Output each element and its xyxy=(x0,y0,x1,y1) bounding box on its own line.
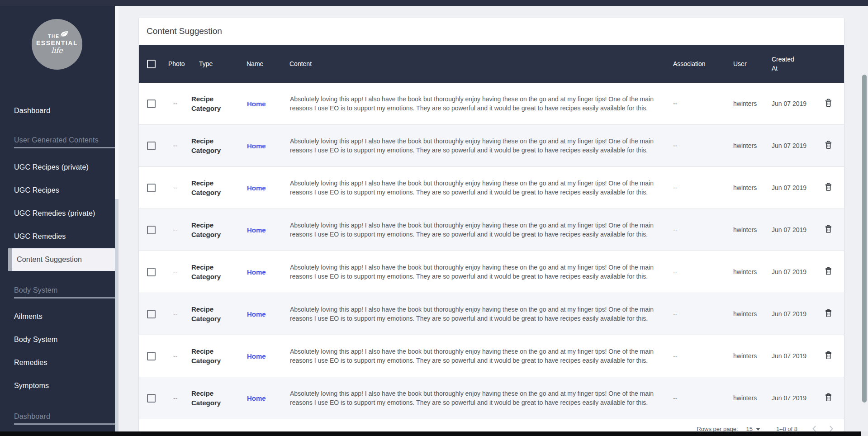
delete-button[interactable] xyxy=(821,264,836,280)
delete-button[interactable] xyxy=(821,348,836,364)
sidebar-group: Body System AilmentsBody SystemRemediesS… xyxy=(0,283,115,397)
page-scrollbar-thumb[interactable] xyxy=(862,75,867,403)
trash-icon xyxy=(824,98,833,109)
sidebar-item-ailments[interactable]: Ailments xyxy=(0,305,115,328)
row-checkbox[interactable] xyxy=(147,394,156,403)
photo-cell: -- xyxy=(161,251,188,293)
photo-cell: -- xyxy=(161,167,188,209)
chevron-left-icon xyxy=(809,423,820,432)
row-checkbox[interactable] xyxy=(147,184,156,192)
sidebar-section-header: Body System xyxy=(14,283,115,299)
name-link[interactable]: Home xyxy=(247,100,266,108)
sidebar-item-ugc-recipes[interactable]: UGC Recipes xyxy=(0,179,115,202)
logo-text-life: life xyxy=(51,46,63,55)
table-row: -- Recipe Category Home Absolutely lovin… xyxy=(139,83,844,125)
table-row: -- Recipe Category Home Absolutely lovin… xyxy=(139,377,844,419)
user-cell: hwinters xyxy=(724,83,764,124)
column-header-type: Type xyxy=(188,45,235,83)
leaf-icon xyxy=(60,31,69,38)
content-text: Absolutely loving this app! I also have … xyxy=(290,137,658,155)
row-checkbox[interactable] xyxy=(147,310,156,318)
association-cell: -- xyxy=(665,377,724,419)
type-cell: Recipe Category xyxy=(191,346,232,365)
user-cell: hwinters xyxy=(724,377,764,419)
page-scrollbar[interactable] xyxy=(861,6,868,431)
content-text: Absolutely loving this app! I also have … xyxy=(290,305,658,323)
row-checkbox[interactable] xyxy=(147,268,156,276)
rows-per-page-select[interactable]: 15 xyxy=(746,424,760,431)
sidebar-group-items: Dashboard xyxy=(0,100,115,122)
delete-button[interactable] xyxy=(821,306,836,322)
association-cell: -- xyxy=(665,335,724,377)
content-text: Absolutely loving this app! I also have … xyxy=(290,179,658,197)
sidebar: THE ESSENTIAL life Dashboard User Genera… xyxy=(0,0,115,431)
delete-button[interactable] xyxy=(821,390,836,406)
name-link[interactable]: Home xyxy=(247,394,266,402)
trash-icon xyxy=(824,308,833,319)
delete-button[interactable] xyxy=(821,180,836,195)
type-cell: Recipe Category xyxy=(191,178,232,197)
sidebar-item-ugc-recipes-private[interactable]: UGC Recipes (private) xyxy=(0,156,115,179)
previous-page-button[interactable] xyxy=(809,424,820,431)
name-link[interactable]: Home xyxy=(247,352,266,360)
created-at-cell: Jun 07 2019 xyxy=(764,209,812,251)
created-at-cell: Jun 07 2019 xyxy=(764,251,812,293)
delete-button[interactable] xyxy=(821,96,836,111)
select-all-checkbox[interactable] xyxy=(147,60,156,68)
row-checkbox[interactable] xyxy=(147,352,156,360)
user-cell: hwinters xyxy=(724,125,764,166)
sidebar-item-ugc-remedies[interactable]: UGC Remedies xyxy=(0,225,115,248)
sidebar-item-dashboard[interactable]: Dashboard xyxy=(0,100,115,122)
created-at-cell: Jun 07 2019 xyxy=(764,293,812,335)
card-title-row: Content Suggestion xyxy=(139,18,844,45)
top-window-strip xyxy=(0,0,868,6)
name-link[interactable]: Home xyxy=(247,142,266,150)
content-text: Absolutely loving this app! I also have … xyxy=(290,389,658,407)
association-cell: -- xyxy=(665,293,724,335)
created-at-cell: Jun 07 2019 xyxy=(764,167,812,209)
type-cell: Recipe Category xyxy=(191,389,232,408)
name-link[interactable]: Home xyxy=(247,184,266,192)
table-row: -- Recipe Category Home Absolutely lovin… xyxy=(139,209,844,251)
content-text: Absolutely loving this app! I also have … xyxy=(290,95,658,113)
name-link[interactable]: Home xyxy=(247,226,266,234)
scrollbar-corner xyxy=(861,431,868,436)
bottom-window-strip xyxy=(0,431,861,436)
photo-cell: -- xyxy=(161,293,188,335)
row-checkbox[interactable] xyxy=(147,100,156,108)
column-header-created-at: Created At xyxy=(764,45,812,83)
rows-per-page-label: Rows per page: xyxy=(697,424,738,431)
row-checkbox[interactable] xyxy=(147,142,156,150)
content-text: Absolutely loving this app! I also have … xyxy=(290,347,658,365)
content-suggestion-card: Content Suggestion Photo Type Name Conte… xyxy=(139,18,844,431)
photo-cell: -- xyxy=(161,335,188,377)
sidebar-item-remedies[interactable]: Remedies xyxy=(0,351,115,374)
trash-icon xyxy=(824,393,833,403)
row-checkbox[interactable] xyxy=(147,226,156,234)
sidebar-item-body-system[interactable]: Body System xyxy=(0,328,115,351)
delete-button[interactable] xyxy=(821,222,836,237)
sidebar-scrollbar-thumb[interactable] xyxy=(115,6,119,199)
photo-cell: -- xyxy=(161,125,188,166)
name-link[interactable]: Home xyxy=(247,310,266,318)
user-cell: hwinters xyxy=(724,335,764,377)
sidebar-nav: Dashboard User Generated Contents UGC Re… xyxy=(0,100,115,425)
table-row: -- Recipe Category Home Absolutely lovin… xyxy=(139,125,844,167)
type-cell: Recipe Category xyxy=(191,94,232,113)
association-cell: -- xyxy=(665,209,724,251)
delete-button[interactable] xyxy=(821,138,836,153)
sidebar-item-ugc-remedies-private[interactable]: UGC Remedies (private) xyxy=(0,202,115,225)
trash-icon xyxy=(824,224,833,235)
sidebar-section-header: Dashboard xyxy=(14,409,115,425)
trash-icon xyxy=(824,266,833,277)
content-text: Absolutely loving this app! I also have … xyxy=(290,221,658,239)
user-cell: hwinters xyxy=(724,251,764,293)
table-row: -- Recipe Category Home Absolutely lovin… xyxy=(139,293,844,335)
next-page-button[interactable] xyxy=(826,424,837,431)
column-header-actions xyxy=(812,45,844,83)
sidebar-item-symptoms[interactable]: Symptoms xyxy=(0,374,115,397)
sidebar-item-content-suggestion[interactable]: Content Suggestion xyxy=(8,248,115,271)
name-link[interactable]: Home xyxy=(247,268,266,276)
caret-down-icon xyxy=(756,428,760,431)
sidebar-scrollbar[interactable] xyxy=(115,6,119,431)
